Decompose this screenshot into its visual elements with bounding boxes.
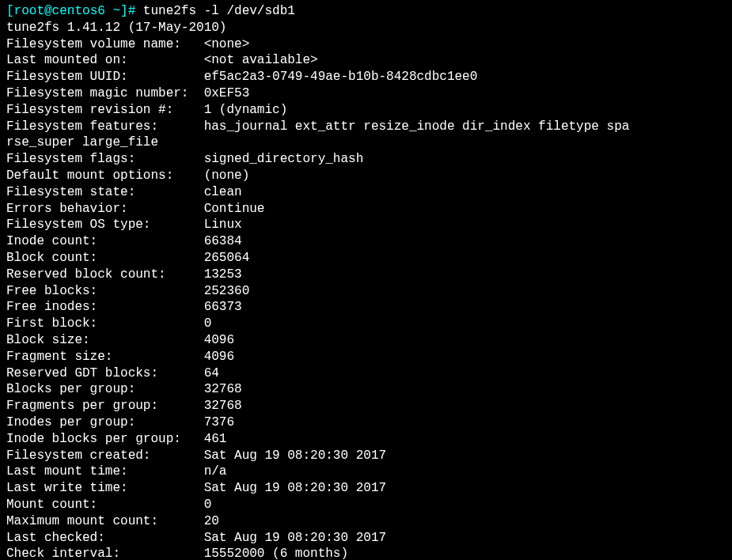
field-row: Filesystem state: clean (6, 184, 726, 201)
field-row: Block count: 265064 (6, 250, 726, 267)
field-value: 66384 (204, 234, 242, 248)
field-label: Default mount options: (6, 168, 204, 183)
field-row: Blocks per group: 32768 (6, 381, 726, 398)
features-wrap-line: rse_super large_file (6, 134, 726, 151)
field-value: Sat Aug 19 08:20:30 2017 (204, 448, 386, 463)
field-label: Block size: (6, 333, 204, 347)
field-value: 32768 (204, 382, 242, 396)
field-row: Last mount time: n/a (6, 464, 726, 480)
field-row: Fragment size: 4096 (6, 349, 726, 365)
field-row: Filesystem flags: signed_directory_hash (6, 151, 726, 168)
prompt-close-bracket: ] (120, 4, 128, 18)
field-label: Free blocks: (6, 284, 204, 298)
field-label: Maximum mount count: (6, 514, 204, 528)
field-value: 32768 (204, 399, 242, 413)
field-value: 0xEF53 (204, 86, 250, 100)
field-label: Errors behavior: (6, 202, 204, 216)
field-row: Last checked: Sat Aug 19 08:20:30 2017 (6, 530, 726, 547)
fields-container: Filesystem volume name: <none>Last mount… (6, 36, 726, 135)
prompt-user-host: root@centos6 ~ (14, 4, 120, 18)
field-value: Continue (204, 202, 265, 216)
field-row: First block: 0 (6, 316, 726, 332)
field-label: Inodes per group: (6, 415, 204, 429)
field-row: Block size: 4096 (6, 332, 726, 349)
field-label: Block count: (6, 251, 204, 265)
field-value: <none> (204, 37, 250, 51)
field-label: Filesystem features: (6, 119, 204, 134)
field-label: First block: (6, 316, 204, 331)
field-value: Sat Aug 19 08:20:30 2017 (204, 531, 386, 545)
field-row: Filesystem volume name: <none> (6, 36, 726, 53)
field-row: Check interval: 15552000 (6 months) (6, 546, 726, 560)
field-label: Filesystem OS type: (6, 218, 204, 232)
field-row: Inodes per group: 7376 (6, 414, 726, 431)
field-row: Filesystem OS type: Linux (6, 217, 726, 233)
field-value: 4096 (204, 350, 234, 364)
field-label: Reserved GDT blocks: (6, 366, 204, 380)
field-label: Filesystem state: (6, 185, 204, 199)
field-label: Last write time: (6, 481, 204, 495)
field-row: Reserved block count: 13253 (6, 267, 726, 283)
field-value: 252360 (204, 284, 250, 298)
field-value: 0 (204, 316, 212, 331)
field-value: ef5ac2a3-0749-49ae-b10b-8428cdbc1ee0 (204, 70, 478, 84)
field-label: Inode blocks per group: (6, 432, 204, 446)
field-label: Free inodes: (6, 300, 204, 314)
field-value: 20 (204, 514, 219, 528)
field-row: Filesystem magic number: 0xEF53 (6, 85, 726, 102)
field-value: Sat Aug 19 08:20:30 2017 (204, 481, 386, 495)
field-value: (none) (204, 168, 250, 183)
field-label: Filesystem UUID: (6, 70, 204, 84)
field-value: 0 (204, 498, 212, 512)
field-value: <not available> (204, 53, 318, 67)
prompt-open-bracket: [ (6, 4, 14, 18)
field-label: Check interval: (6, 547, 204, 560)
field-value: Linux (204, 218, 242, 232)
field-label: Mount count: (6, 498, 204, 512)
field-value: 15552000 (6 months) (204, 547, 348, 560)
field-row: Maximum mount count: 20 (6, 513, 726, 530)
field-value: has_journal ext_attr resize_inode dir_in… (204, 119, 630, 134)
field-label: Fragment size: (6, 350, 204, 364)
field-label: Filesystem revision #: (6, 103, 204, 117)
field-row: Inode blocks per group: 461 (6, 431, 726, 448)
field-value: 66373 (204, 300, 242, 314)
field-label: Last checked: (6, 531, 204, 545)
field-label: Filesystem volume name: (6, 37, 204, 51)
field-value: 4096 (204, 333, 234, 347)
field-row: Errors behavior: Continue (6, 201, 726, 218)
field-label: Last mount time: (6, 464, 204, 479)
field-label: Filesystem magic number: (6, 86, 204, 100)
field-value: signed_directory_hash (204, 152, 364, 166)
field-value: 13253 (204, 267, 242, 282)
field-value: clean (204, 185, 242, 199)
field-label: Blocks per group: (6, 382, 204, 396)
prompt-line[interactable]: [root@centos6 ~]# tune2fs -l /dev/sdb1 (6, 3, 726, 20)
fields2-container: Filesystem flags: signed_directory_hashD… (6, 151, 726, 560)
field-value: 7376 (204, 415, 234, 429)
field-value: 1 (dynamic) (204, 103, 288, 117)
prompt-hash: # (128, 4, 143, 18)
field-row: Free blocks: 252360 (6, 283, 726, 300)
field-label: Fragments per group: (6, 399, 204, 413)
field-row: Default mount options: (none) (6, 168, 726, 184)
field-row: Reserved GDT blocks: 64 (6, 365, 726, 382)
field-label: Filesystem created: (6, 448, 204, 463)
field-value: 64 (204, 366, 219, 380)
field-label: Last mounted on: (6, 53, 204, 67)
field-row: Inode count: 66384 (6, 233, 726, 250)
field-label: Reserved block count: (6, 267, 204, 282)
field-value: n/a (204, 464, 227, 479)
command-text: tune2fs -l /dev/sdb1 (143, 4, 295, 18)
field-row: Fragments per group: 32768 (6, 398, 726, 414)
version-line: tune2fs 1.41.12 (17-May-2010) (6, 20, 726, 36)
field-row: Filesystem features: has_journal ext_att… (6, 119, 726, 135)
field-value: 265064 (204, 251, 250, 265)
field-row: Free inodes: 66373 (6, 299, 726, 316)
field-row: Mount count: 0 (6, 497, 726, 513)
field-row: Last mounted on: <not available> (6, 52, 726, 69)
field-row: Last write time: Sat Aug 19 08:20:30 201… (6, 480, 726, 497)
field-label: Filesystem flags: (6, 152, 204, 166)
field-row: Filesystem revision #: 1 (dynamic) (6, 102, 726, 119)
field-row: Filesystem created: Sat Aug 19 08:20:30 … (6, 448, 726, 464)
